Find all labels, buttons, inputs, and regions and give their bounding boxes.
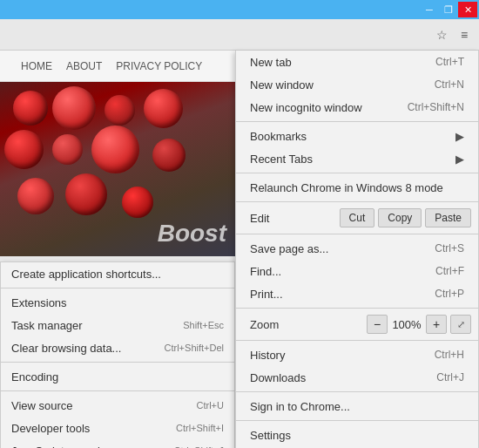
left-menu-separator [1, 362, 234, 363]
left-menu-item-shortcut: Ctrl+Shift+I [176, 423, 224, 433]
menu-separator [236, 340, 478, 341]
menu-item-label: New incognito window [250, 101, 362, 114]
left-menu-item-label: Developer tools [11, 422, 90, 435]
left-menu-separator [1, 390, 234, 391]
site-watermark: Boost [158, 220, 226, 248]
edit-label: Edit [243, 212, 336, 225]
left-menu-item-label: View source [11, 399, 73, 412]
left-menu-item-task-manager[interactable]: Task managerShift+Esc [1, 314, 234, 336]
menu-separator [236, 173, 478, 173]
left-menu-item-shortcut: Shift+Esc [183, 320, 224, 330]
main-dropdown-menu: New tabCtrl+TNew windowCtrl+NNew incogni… [235, 51, 479, 448]
left-menu-item-extensions[interactable]: Extensions [1, 291, 234, 314]
menu-item-bookmarks[interactable]: Bookmarks▶ [236, 125, 478, 147]
menu-separator [236, 420, 478, 421]
menu-separator [236, 121, 478, 122]
menu-item-find[interactable]: Find...Ctrl+F [236, 260, 478, 282]
menu-item-label: History [250, 349, 285, 362]
menu-item-shortcut: Ctrl+T [435, 56, 464, 68]
menu-item-shortcut: Ctrl+F [435, 265, 464, 277]
left-menu-item-view-source[interactable]: View sourceCtrl+U [1, 394, 234, 417]
zoom-label: Zoom [243, 318, 363, 331]
nav-about[interactable]: ABOUT [66, 60, 102, 72]
menu-item-shortcut: Ctrl+S [435, 242, 464, 255]
left-menu-item-shortcut: Ctrl+Shift+Del [165, 343, 224, 353]
more-tools-submenu: Create application shortcuts...Extension… [0, 261, 235, 448]
menu-item-new-tab[interactable]: New tabCtrl+T [236, 51, 478, 73]
zoom-in-button[interactable]: + [426, 315, 447, 334]
left-menu-item-label: Extensions [11, 296, 67, 309]
menu-separator [236, 391, 478, 392]
menu-item-label: Bookmarks [250, 130, 307, 143]
menu-item-label: Save page as... [250, 242, 328, 255]
submenu-arrow-icon: ▶ [455, 130, 464, 143]
menu-item-new-incognito[interactable]: New incognito windowCtrl+Shift+N [236, 96, 478, 119]
left-menu-item-create-app[interactable]: Create application shortcuts... [1, 262, 234, 285]
left-menu-item-encoding[interactable]: Encoding [1, 365, 234, 388]
close-button[interactable]: ✕ [458, 2, 477, 17]
menu-item-print[interactable]: Print...Ctrl+P [236, 282, 478, 305]
menu-item-label: Recent Tabs [250, 153, 313, 166]
left-menu-separator [1, 288, 234, 288]
left-menu-item-dev-tools[interactable]: Developer toolsCtrl+Shift+I [1, 417, 234, 439]
submenu-arrow-icon: ▶ [455, 153, 464, 166]
menu-item-label: New tab [250, 56, 292, 69]
menu-item-shortcut: Ctrl+Shift+N [408, 101, 464, 113]
menu-item-label: Downloads [250, 371, 306, 384]
left-menu-item-label: Clear browsing data... [11, 342, 121, 355]
menu-item-sign-in[interactable]: Sign in to Chrome... [236, 395, 478, 417]
minimize-button[interactable]: ─ [420, 2, 439, 17]
title-bar: ─ ❐ ✕ [0, 0, 479, 19]
left-menu-item-label: Create application shortcuts... [11, 268, 161, 281]
left-menu-item-shortcut: Ctrl+U [197, 400, 224, 411]
menu-item-label: New window [250, 78, 314, 92]
star-icon[interactable]: ☆ [430, 24, 453, 46]
zoom-fullscreen-button[interactable]: ⤢ [450, 315, 471, 334]
menu-separator [236, 234, 478, 234]
zoom-out-button[interactable]: − [367, 315, 388, 334]
menu-item-label: Relaunch Chrome in Windows 8 mode [250, 181, 443, 194]
copy-button[interactable]: Copy [378, 208, 422, 227]
menu-item-label: Print... [250, 288, 283, 301]
edit-row: Edit Cut Copy Paste [236, 205, 478, 231]
restore-button[interactable]: ❐ [439, 2, 458, 17]
left-menu-item-label: Encoding [11, 370, 58, 384]
hero-image: Boost [0, 82, 235, 256]
menu-item-save-page[interactable]: Save page as...Ctrl+S [236, 237, 478, 260]
left-menu-item-clear-data[interactable]: Clear browsing data...Ctrl+Shift+Del [1, 336, 234, 359]
menu-item-history[interactable]: HistoryCtrl+H [236, 343, 478, 366]
menu-item-label: Settings [250, 429, 291, 442]
menu-item-shortcut: Ctrl+N [435, 78, 464, 91]
menu-item-relaunch[interactable]: Relaunch Chrome in Windows 8 mode [236, 176, 478, 199]
menu-item-settings[interactable]: Settings [236, 424, 478, 446]
menu-separator [236, 308, 478, 309]
nav-home[interactable]: HOME [21, 60, 52, 72]
zoom-value: 100% [391, 318, 422, 331]
menu-item-label: Sign in to Chrome... [250, 400, 350, 413]
menu-item-shortcut: Ctrl+H [435, 349, 464, 361]
zoom-row: Zoom − 100% + ⤢ [236, 311, 478, 337]
site-navigation: HOME ABOUT PRIVACY POLICY [0, 51, 235, 82]
paste-button[interactable]: Paste [425, 208, 471, 227]
menu-item-downloads[interactable]: DownloadsCtrl+J [236, 366, 478, 389]
menu-icon[interactable]: ≡ [453, 24, 476, 46]
cut-button[interactable]: Cut [340, 208, 375, 227]
nav-privacy[interactable]: PRIVACY POLICY [116, 60, 202, 72]
menu-item-new-window[interactable]: New windowCtrl+N [236, 73, 478, 96]
left-menu-item-label: JavaScript console [11, 445, 106, 449]
left-menu-item-js-console[interactable]: JavaScript consoleCtrl+Shift+J [1, 439, 234, 448]
menu-item-recent-tabs[interactable]: Recent Tabs▶ [236, 147, 478, 170]
menu-item-shortcut: Ctrl+J [436, 371, 464, 384]
browser-toolbar: ☆ ≡ [0, 19, 479, 51]
menu-separator [236, 201, 478, 202]
menu-item-label: Find... [250, 265, 281, 278]
left-menu-item-label: Task manager [11, 319, 83, 332]
menu-item-shortcut: Ctrl+P [435, 288, 464, 300]
